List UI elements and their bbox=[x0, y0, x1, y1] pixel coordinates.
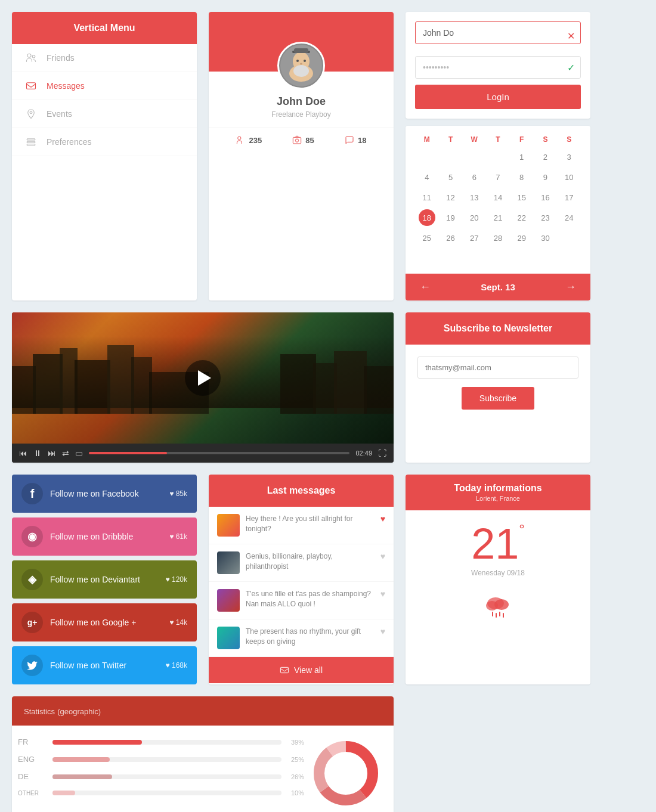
calendar-day[interactable]: 10 bbox=[561, 169, 577, 185]
msg-heart-1[interactable]: ♥ bbox=[380, 514, 385, 523]
calendar-day bbox=[443, 250, 459, 266]
password-wrapper: ✓ bbox=[415, 56, 581, 79]
shuffle-button[interactable]: ⇄ bbox=[62, 448, 69, 458]
svg-rect-27 bbox=[313, 363, 337, 414]
login-button[interactable]: LogIn bbox=[415, 85, 581, 109]
calendar-day[interactable]: 22 bbox=[513, 209, 530, 226]
stats-bar-de bbox=[52, 774, 112, 779]
calendar-day[interactable]: 20 bbox=[466, 209, 482, 226]
msg-heart-4[interactable]: ♥ bbox=[380, 627, 385, 636]
calendar-day[interactable]: 8 bbox=[513, 169, 530, 185]
calendar-day[interactable]: 24 bbox=[561, 209, 577, 226]
svg-rect-24 bbox=[131, 357, 152, 414]
next-track-button[interactable]: ⏭ bbox=[48, 448, 56, 458]
calendar-day[interactable]: 12 bbox=[443, 189, 459, 206]
calendar-day[interactable]: 1 bbox=[513, 148, 530, 165]
stats-title: Statistics bbox=[24, 707, 55, 716]
facebook-button[interactable]: f Follow me on Facebook ♥ 85k bbox=[12, 475, 197, 513]
password-input[interactable] bbox=[415, 56, 581, 79]
profile-subtitle: Freelance Playboy bbox=[221, 110, 382, 119]
check-icon: ✓ bbox=[567, 62, 575, 73]
prev-track-button[interactable]: ⏮ bbox=[19, 448, 27, 458]
googleplus-button[interactable]: g+ Follow me on Google + ♥ 14k bbox=[12, 603, 197, 641]
calendar-day[interactable]: 23 bbox=[537, 209, 553, 226]
svg-rect-23 bbox=[107, 345, 134, 414]
calendar-day[interactable]: 5 bbox=[443, 169, 459, 185]
next-month-button[interactable]: → bbox=[561, 281, 581, 293]
calendar-day[interactable]: 25 bbox=[419, 230, 435, 246]
username-input[interactable] bbox=[415, 21, 581, 44]
deviantart-icon: ◈ bbox=[21, 569, 43, 590]
sidebar-item-friends[interactable]: Friends bbox=[12, 44, 197, 72]
preferences-icon bbox=[24, 137, 38, 147]
username-wrapper: ✕ bbox=[415, 21, 581, 50]
followers-count: 235 bbox=[249, 136, 262, 145]
calendar-day[interactable]: 21 bbox=[490, 209, 506, 226]
calendar-day[interactable]: 7 bbox=[490, 169, 506, 185]
calendar-day[interactable]: 6 bbox=[466, 169, 482, 185]
prev-month-button[interactable]: ← bbox=[415, 281, 435, 293]
view-all-button[interactable]: View all bbox=[209, 657, 394, 683]
progress-bar[interactable] bbox=[89, 452, 349, 454]
calendar-day[interactable]: 29 bbox=[513, 230, 530, 246]
facebook-icon: f bbox=[21, 483, 43, 504]
calendar-day[interactable]: 30 bbox=[537, 230, 553, 246]
stats-pct-de: 26% bbox=[286, 773, 304, 780]
svg-rect-17 bbox=[293, 137, 301, 144]
screen-button[interactable]: ▭ bbox=[75, 448, 83, 458]
messages-count: 18 bbox=[358, 136, 366, 145]
sidebar-item-events[interactable]: Events bbox=[12, 100, 197, 128]
twitter-button[interactable]: Follow me on Twitter ♥ 168k bbox=[12, 646, 197, 684]
clear-icon[interactable]: ✕ bbox=[567, 30, 575, 42]
stats-label-fr: FR bbox=[18, 737, 48, 746]
calendar-day[interactable]: 19 bbox=[443, 209, 459, 226]
fullscreen-button[interactable]: ⛶ bbox=[378, 448, 386, 458]
calendar-day[interactable]: 11 bbox=[419, 189, 435, 206]
calendar-day bbox=[490, 148, 506, 165]
dribbble-button[interactable]: ◉ Follow me on Dribbble ♥ 61k bbox=[12, 517, 197, 556]
followers-stat: 235 bbox=[236, 135, 262, 145]
stats-bar-other bbox=[52, 791, 75, 795]
calendar-day[interactable]: 26 bbox=[443, 230, 459, 246]
pause-button[interactable]: ⏸ bbox=[33, 448, 42, 458]
stats-row-other: OTHER 10% bbox=[18, 789, 304, 796]
svg-rect-4 bbox=[27, 139, 35, 140]
messages-label: Messages bbox=[47, 81, 85, 91]
calendar-day[interactable]: 15 bbox=[513, 189, 530, 206]
preferences-label: Preferences bbox=[47, 137, 91, 147]
messages-card: Last messages Hey there ! Are you still … bbox=[209, 475, 394, 684]
email-input[interactable] bbox=[417, 357, 578, 379]
msg-heart-3[interactable]: ♥ bbox=[380, 589, 385, 599]
svg-point-14 bbox=[304, 60, 306, 62]
sidebar-item-messages[interactable]: Messages bbox=[12, 72, 197, 100]
calendar-day[interactable]: 27 bbox=[466, 230, 482, 246]
calendar-day[interactable]: 17 bbox=[561, 189, 577, 206]
temperature-display: 21 bbox=[471, 522, 519, 565]
stats-label-other: OTHER bbox=[18, 790, 48, 796]
calendar-day[interactable]: 13 bbox=[466, 189, 482, 206]
calendar-day[interactable]: 16 bbox=[537, 189, 553, 206]
play-button[interactable] bbox=[185, 360, 221, 396]
time-display: 02:49 bbox=[355, 450, 372, 457]
msg-avatar-2 bbox=[217, 551, 240, 574]
calendar-day[interactable]: 9 bbox=[537, 169, 553, 185]
deviantart-count: ♥ 120k bbox=[166, 575, 187, 584]
sidebar-item-preferences[interactable]: Preferences bbox=[12, 128, 197, 156]
calendar-day bbox=[419, 250, 435, 266]
stats-header: Statistics (geographic) bbox=[12, 696, 394, 726]
today-body: 21 ° Wenesday 09/18 bbox=[406, 510, 590, 640]
svg-rect-19 bbox=[12, 366, 36, 414]
calendar-day bbox=[466, 148, 482, 165]
deviantart-button[interactable]: ◈ Follow me on Deviantart ♥ 120k bbox=[12, 560, 197, 599]
calendar-day[interactable]: 4 bbox=[419, 169, 435, 185]
calendar-day[interactable]: 14 bbox=[490, 189, 506, 206]
calendar-card: M T W T F S S 12345678910111213141516171… bbox=[406, 126, 590, 300]
calendar-today[interactable]: 18 bbox=[419, 209, 435, 226]
stats-label-de: DE bbox=[18, 772, 48, 781]
calendar-day[interactable]: 28 bbox=[490, 230, 506, 246]
calendar-day[interactable]: 2 bbox=[537, 148, 553, 165]
svg-rect-22 bbox=[75, 360, 110, 414]
calendar-day[interactable]: 3 bbox=[561, 148, 577, 165]
subscribe-button[interactable]: Subscribe bbox=[462, 387, 534, 410]
msg-heart-2[interactable]: ♥ bbox=[380, 551, 385, 561]
